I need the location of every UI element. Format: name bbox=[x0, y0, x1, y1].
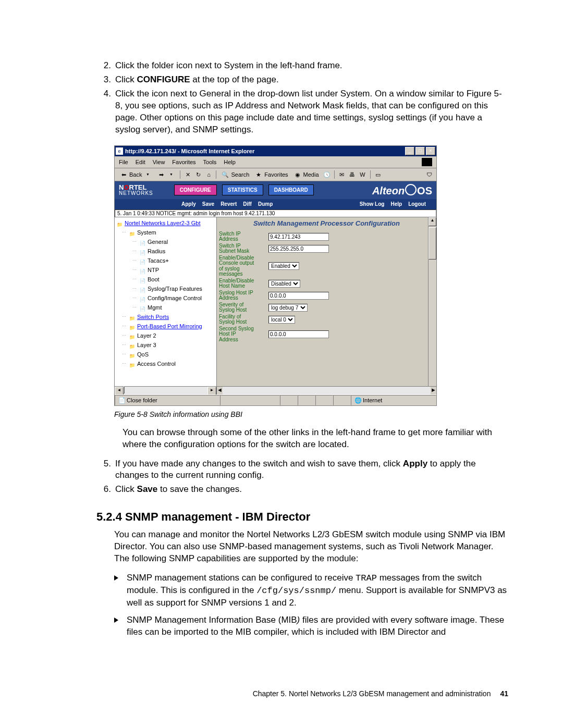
tree-item[interactable]: ⋯📁Port-Based Port Mirroring bbox=[116, 322, 216, 331]
tree-item[interactable]: ⋯📄Radius bbox=[116, 246, 216, 256]
bullet-icon bbox=[114, 614, 127, 638]
menu-view[interactable]: View bbox=[153, 159, 165, 165]
diff-link[interactable]: Diff bbox=[243, 201, 252, 207]
norton-icon[interactable]: 🛡 bbox=[425, 170, 433, 179]
window-title: http://9.42.171.243/ - Microsoft Interne… bbox=[125, 148, 404, 154]
scroll-left-icon[interactable]: ◄ bbox=[217, 387, 223, 394]
tab-configure[interactable]: CONFIGURE bbox=[174, 184, 217, 195]
tree-item[interactable]: ⋯📄NTP bbox=[116, 265, 216, 275]
maximize-button[interactable]: □ bbox=[415, 147, 425, 155]
tree-label: Switch Ports bbox=[137, 312, 169, 322]
field-label: Facility ofSyslog Host bbox=[219, 314, 268, 325]
search-button[interactable]: 🔍Search bbox=[219, 170, 251, 179]
discuss-icon[interactable]: ▭ bbox=[374, 170, 382, 179]
scroll-right-icon[interactable]: ► bbox=[207, 387, 216, 394]
select-input[interactable]: log debug 7 bbox=[268, 304, 308, 312]
folder-icon: 📁 bbox=[128, 323, 136, 329]
menu-edit[interactable]: Edit bbox=[136, 159, 145, 165]
tree-root[interactable]: 📁Nortel Networks Layer2-3 Gbt bbox=[116, 218, 216, 228]
tree-label: Boot bbox=[148, 275, 160, 284]
menu-favorites[interactable]: Favorites bbox=[172, 159, 195, 165]
tree-item[interactable]: ⋯📄Config/Image Control bbox=[116, 293, 216, 303]
step-num: 2. bbox=[96, 60, 115, 72]
menu-tools[interactable]: Tools bbox=[203, 159, 217, 165]
step-num: 4. bbox=[96, 88, 115, 136]
minimize-button[interactable]: _ bbox=[405, 147, 414, 155]
instruction-list: 2.Click the folder icon next to System i… bbox=[96, 60, 508, 136]
form-row: Facility ofSyslog Hostlocal 0 bbox=[219, 314, 434, 325]
bullet-list: SNMP management stations can be configur… bbox=[114, 572, 508, 638]
tree-item[interactable]: ⋯📁Access Control bbox=[116, 359, 216, 368]
showlog-link[interactable]: Show Log bbox=[360, 201, 385, 207]
text-input[interactable] bbox=[268, 245, 329, 253]
tree-label: QoS bbox=[137, 350, 149, 359]
help-link[interactable]: Help bbox=[390, 201, 402, 207]
select-input[interactable]: Enabled bbox=[268, 262, 299, 270]
select-input[interactable]: local 0 bbox=[268, 316, 295, 324]
dropdown-icon[interactable]: ▼ bbox=[143, 170, 152, 179]
folder-icon: 📁 bbox=[116, 220, 123, 226]
v-scrollbar[interactable]: ▲ bbox=[428, 217, 436, 387]
step-text: If you have made any changes to the swit… bbox=[115, 458, 508, 482]
step-num: 6. bbox=[96, 484, 115, 496]
back-button[interactable]: ⬅Back▼ bbox=[118, 170, 153, 179]
tree-item[interactable]: ⋯📄Tacacs+ bbox=[116, 256, 216, 265]
tree-label: System bbox=[137, 228, 156, 237]
tab-dashboard[interactable]: DASHBOARD bbox=[268, 184, 314, 195]
tree-item[interactable]: ⋯📄General bbox=[116, 237, 216, 246]
tree-item[interactable]: ⋯📁Switch Ports bbox=[116, 312, 216, 322]
media-button[interactable]: ◉Media bbox=[292, 170, 321, 179]
browser-statusbar: 📄Close folder 🌐Internet bbox=[115, 394, 436, 405]
menu-bar: File Edit View Favorites Tools Help bbox=[115, 156, 436, 168]
tree-label: NTP bbox=[148, 265, 159, 275]
home-icon[interactable]: ⌂ bbox=[204, 170, 213, 179]
tab-statistics[interactable]: STATISTICS bbox=[222, 184, 263, 195]
save-link[interactable]: Save bbox=[202, 201, 214, 207]
menu-help[interactable]: Help bbox=[224, 159, 236, 165]
media-icon: ◉ bbox=[293, 170, 302, 179]
text-input[interactable] bbox=[268, 233, 329, 241]
scroll-right-icon[interactable]: ► bbox=[431, 387, 436, 394]
text-input[interactable] bbox=[268, 330, 329, 338]
folder-icon: 📁 bbox=[128, 342, 136, 348]
mail-icon[interactable]: ✉ bbox=[338, 170, 346, 179]
tree-item[interactable]: ⋯📄Syslog/Trap Features bbox=[116, 284, 216, 293]
select-input[interactable]: Disabled bbox=[268, 280, 300, 288]
print-icon[interactable]: 🖶 bbox=[348, 170, 357, 179]
zone-text: Internet bbox=[363, 397, 382, 403]
tree-item[interactable]: ⋯📄Boot bbox=[116, 275, 216, 284]
dump-link[interactable]: Dump bbox=[258, 201, 273, 207]
h-scrollbar[interactable]: ◄► bbox=[217, 386, 436, 394]
document-icon: 📄 bbox=[139, 286, 146, 292]
tree-item[interactable]: ⋯📁Layer 3 bbox=[116, 340, 216, 350]
refresh-icon[interactable]: ↻ bbox=[194, 170, 202, 179]
tree-label: Syslog/Trap Features bbox=[148, 284, 202, 293]
apply-link[interactable]: Apply bbox=[181, 201, 196, 207]
logout-link[interactable]: Logout bbox=[408, 201, 426, 207]
menu-file[interactable]: File bbox=[119, 159, 128, 165]
revert-link[interactable]: Revert bbox=[221, 201, 237, 207]
nav-tree: 📁Nortel Networks Layer2-3 Gbt ⋯📁System⋯📄… bbox=[115, 217, 216, 368]
document-icon: 📄 bbox=[139, 295, 146, 301]
tree-item[interactable]: ⋯📁Layer 2 bbox=[116, 331, 216, 340]
form-row: Enable/DisableConsole outputof syslogmes… bbox=[219, 255, 434, 277]
close-button[interactable]: × bbox=[426, 147, 435, 155]
h-scrollbar[interactable]: ◄► bbox=[115, 386, 216, 394]
favorites-button[interactable]: ★Favorites bbox=[253, 170, 289, 179]
config-form: Switch IPAddressSwitch IPSubnet MaskEnab… bbox=[217, 231, 436, 343]
scroll-up-icon[interactable]: ▲ bbox=[429, 217, 436, 226]
dropdown-icon[interactable]: ▼ bbox=[167, 170, 175, 179]
tree-item[interactable]: ⋯📄Mgmt bbox=[116, 303, 216, 312]
stop-icon[interactable]: ✕ bbox=[183, 170, 192, 179]
scroll-left-icon[interactable]: ◄ bbox=[115, 387, 124, 394]
text-input[interactable] bbox=[268, 292, 329, 300]
tree-item[interactable]: ⋯📁QoS bbox=[116, 350, 216, 359]
folder-icon: 📁 bbox=[128, 361, 136, 367]
word-icon[interactable]: W bbox=[359, 170, 367, 179]
tree-item[interactable]: ⋯📁System bbox=[116, 228, 216, 237]
history-icon[interactable]: 🕓 bbox=[323, 170, 331, 179]
paragraph: You can browse through some of the other… bbox=[123, 427, 508, 451]
field-label: Switch IPSubnet Mask bbox=[219, 243, 268, 254]
bullet-text: SNMP management stations can be configur… bbox=[127, 572, 508, 609]
forward-button[interactable]: ➡▼ bbox=[155, 170, 177, 179]
